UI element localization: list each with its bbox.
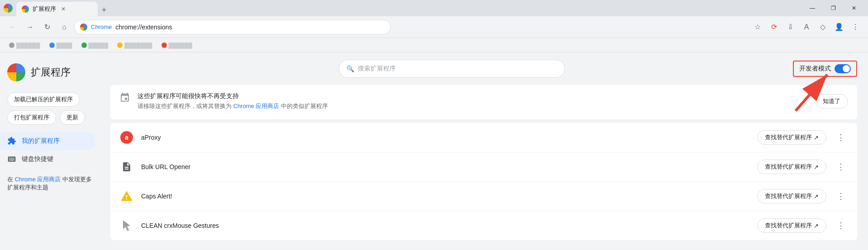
cleancrxmouse-action-button[interactable]: 查找替代扩展程序 ↗ — [757, 218, 826, 233]
notice-dismiss-button[interactable]: 知道了 — [815, 94, 848, 108]
bookmark-item-5[interactable]: ▓▓▓▓▓▓ — [158, 40, 196, 50]
search-icon: 🔍 — [346, 65, 354, 72]
notice-card: 这些扩展程序可能很快将不再受支持 请移除这些扩展程序，或将其替换为 Chrome… — [110, 85, 857, 119]
title-bar: 扩展程序 ✕ + — ❐ ✕ — [0, 0, 868, 16]
cleancrxmouse-name: CLEAN crxMouse Gestures — [141, 222, 750, 229]
chrome-logo-icon — [4, 4, 13, 13]
bookmark-item-4[interactable]: ▓▓▓▓▓▓▓ — [114, 40, 156, 50]
bookmark-icon-2 — [49, 42, 55, 48]
sidebar-item-my-extensions-label: 我的扩展程序 — [22, 137, 60, 145]
dev-mode-toggle[interactable] — [835, 64, 851, 73]
dev-mode-container: 开发者模式 — [793, 61, 857, 77]
search-bar[interactable]: 🔍 搜索扩展程序 — [339, 60, 565, 78]
extension-item-aproxy: a aProxy 查找替代扩展程序 ↗ ⋮ — [110, 123, 857, 152]
keyboard-icon — [7, 155, 16, 164]
minimize-button[interactable]: — — [802, 0, 823, 16]
bookmark-item-3[interactable]: ▓▓▓▓▓ — [78, 40, 112, 50]
action-buttons-area: 加载已解压的扩展程序 打包扩展程序 更新 — [0, 89, 100, 128]
bookmark-item-2[interactable]: ▓▓▓▓ — [46, 40, 76, 50]
menu-button[interactable]: ⋮ — [848, 20, 863, 34]
cleancrxmouse-more-button[interactable]: ⋮ — [834, 218, 848, 233]
toggle-knob — [843, 65, 850, 72]
external-link-icon-2: ↗ — [814, 164, 819, 170]
page-title: 扩展程序 — [31, 66, 71, 79]
sidebar-item-keyboard-shortcuts[interactable]: 键盘快捷键 — [0, 150, 96, 168]
extension-item-cleancrxmouse: CLEAN crxMouse Gestures 查找替代扩展程序 ↗ ⋮ — [110, 211, 857, 240]
bulkurlopener-name: Bulk URL Opener — [141, 163, 750, 170]
capsalert-name: Caps Alert! — [141, 193, 750, 200]
translate-button[interactable]: A — [799, 20, 814, 34]
tab-label: 扩展程序 — [33, 5, 56, 13]
extensions-button[interactable]: ◇ — [816, 20, 830, 34]
cleancrxmouse-action-label: 查找替代扩展程序 — [765, 222, 812, 230]
url-text: chrome://extensions — [115, 24, 172, 31]
cleancrxmouse-icon — [119, 218, 134, 233]
aproxy-name: aProxy — [141, 134, 750, 141]
external-link-icon-4: ↗ — [814, 222, 819, 229]
sidebar-item-keyboard-label: 键盘快捷键 — [22, 155, 53, 163]
aproxy-action-button[interactable]: 查找替代扩展程序 ↗ — [757, 130, 826, 145]
extensions-icon — [7, 137, 16, 146]
profile-button[interactable]: 👤 — [832, 20, 846, 34]
capsalert-icon — [119, 189, 134, 203]
aproxy-action-label: 查找替代扩展程序 — [765, 133, 812, 142]
search-placeholder: 搜索扩展程序 — [358, 65, 396, 73]
pack-extension-button[interactable]: 打包扩展程序 — [7, 110, 56, 125]
bookmark-icon-3 — [81, 42, 87, 48]
back-button[interactable]: ← — [5, 20, 20, 34]
page-content: 扩展程序 加载已解压的扩展程序 打包扩展程序 更新 我的扩展程序 键盘快捷键 — [0, 52, 868, 250]
chrome-logo-url-icon — [80, 24, 87, 31]
bookmark-icon-4 — [117, 42, 123, 48]
address-bar: ← → ↻ ⌂ Chrome chrome://extensions ☆ ⟳ ⇩… — [0, 16, 868, 38]
chrome-label: Chrome — [91, 24, 112, 30]
active-tab[interactable]: 扩展程序 ✕ — [16, 2, 98, 16]
close-button[interactable]: ✕ — [844, 0, 864, 16]
aproxy-more-button[interactable]: ⋮ — [834, 130, 848, 145]
notice-description: 请移除这些扩展程序，或将其替换为 Chrome 应用商店 中的类似扩展程序 — [138, 102, 808, 110]
sidebar: 扩展程序 加载已解压的扩展程序 打包扩展程序 更新 我的扩展程序 键盘快捷键 — [0, 52, 100, 250]
extensions-list: a aProxy 查找替代扩展程序 ↗ ⋮ Bulk URL Opener 查找… — [110, 123, 857, 240]
bulkurlopener-icon — [119, 160, 134, 174]
notice-header: 这些扩展程序可能很快将不再受支持 请移除这些扩展程序，或将其替换为 Chrome… — [119, 92, 848, 110]
search-area: 🔍 搜索扩展程序 — [110, 60, 793, 78]
forward-button[interactable]: → — [23, 20, 37, 34]
chrome-store-link[interactable]: Chrome 应用商店 — [15, 176, 61, 183]
save-button[interactable]: ⇩ — [783, 20, 797, 34]
rotarr-button[interactable]: ⟳ — [767, 20, 781, 34]
bulkurlopener-more-button[interactable]: ⋮ — [834, 160, 848, 174]
tab-strip: 扩展程序 ✕ + — [16, 0, 798, 16]
bulkurlopener-action-label: 查找替代扩展程序 — [765, 163, 812, 171]
new-tab-button[interactable]: + — [98, 4, 110, 16]
bulkurlopener-action-button[interactable]: 查找替代扩展程序 ↗ — [757, 160, 826, 174]
capsalert-action-button[interactable]: 查找替代扩展程序 ↗ — [757, 189, 826, 203]
tab-close-button[interactable]: ✕ — [60, 5, 67, 13]
window-controls-left — [4, 4, 13, 13]
home-button[interactable]: ⌂ — [57, 20, 71, 34]
load-unpacked-button[interactable]: 加载已解压的扩展程序 — [7, 92, 80, 107]
bookmark-icon-1 — [9, 42, 14, 48]
url-bar[interactable]: Chrome chrome://extensions — [74, 20, 391, 34]
discover-section: 在 Chrome 应用商店 中发现更多扩展程序和主题 — [0, 168, 100, 195]
toolbar-right: ☆ ⟳ ⇩ A ◇ 👤 ⋮ — [750, 20, 863, 34]
update-button[interactable]: 更新 — [60, 110, 85, 125]
aproxy-icon: a — [119, 130, 134, 145]
external-link-icon-3: ↗ — [814, 193, 819, 200]
chrome-store-notice-link[interactable]: Chrome 应用商店 — [233, 103, 280, 109]
sidebar-item-my-extensions[interactable]: 我的扩展程序 — [0, 132, 96, 150]
discover-text: 在 — [7, 176, 13, 183]
sidebar-header: 扩展程序 — [0, 60, 100, 89]
window-controls-right: — ❐ ✕ — [802, 0, 864, 16]
main-content: 🔍 搜索扩展程序 开发者模式 这些扩展程序可能很快将不再受支持 — [100, 52, 868, 250]
tab-favicon — [22, 5, 29, 13]
reload-button[interactable]: ↻ — [40, 20, 54, 34]
maximize-button[interactable]: ❐ — [823, 0, 844, 16]
notice-title: 这些扩展程序可能很快将不再受支持 — [138, 92, 808, 100]
extension-item-bulkurlopener: Bulk URL Opener 查找替代扩展程序 ↗ ⋮ — [110, 152, 857, 182]
bookmarks-bar: ▓▓▓▓▓▓ ▓▓▓▓ ▓▓▓▓▓ ▓▓▓▓▓▓▓ ▓▓▓▓▓▓ — [0, 38, 868, 52]
top-bar: 🔍 搜索扩展程序 开发者模式 — [110, 60, 857, 78]
action-row: 加载已解压的扩展程序 打包扩展程序 更新 — [7, 92, 92, 125]
notice-content: 这些扩展程序可能很快将不再受支持 请移除这些扩展程序，或将其替换为 Chrome… — [138, 92, 808, 110]
bookmark-item-1[interactable]: ▓▓▓▓▓▓ — [5, 40, 44, 50]
capsalert-more-button[interactable]: ⋮ — [834, 189, 848, 203]
bookmark-button[interactable]: ☆ — [750, 20, 765, 34]
